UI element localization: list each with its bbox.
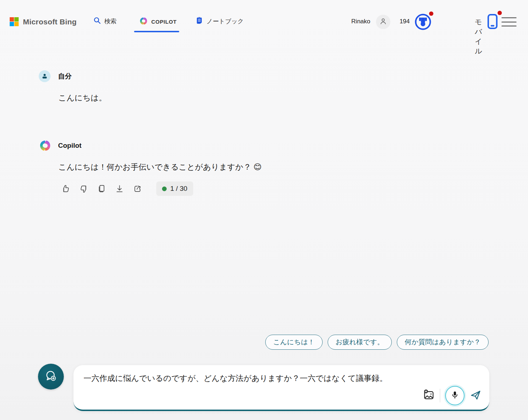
copilot-message-text: こんにちは！何かお手伝いできることがありますか？ — [58, 162, 251, 171]
rewards-points[interactable]: 194 — [400, 18, 410, 25]
export-button[interactable] — [114, 183, 125, 194]
new-chat-icon — [44, 369, 58, 384]
copilot-sender-name: Copilot — [58, 142, 81, 150]
suggestion-chip-1[interactable]: こんにちは！ — [265, 335, 323, 350]
active-tab-underline — [134, 31, 179, 32]
username[interactable]: Rinako — [351, 18, 370, 25]
phone-icon — [486, 25, 499, 31]
microsoft-logo-icon — [10, 17, 19, 26]
suggestion-chip-3[interactable]: 何か質問はありますか？ — [397, 335, 489, 350]
rewards-medal-icon — [414, 26, 432, 32]
send-icon — [470, 389, 481, 402]
thumbs-up-button[interactable] — [60, 183, 71, 194]
thumbs-down-button[interactable] — [78, 183, 89, 194]
microphone-icon — [450, 390, 460, 401]
composer-tools — [423, 386, 482, 405]
turn-counter-badge: 1 / 30 — [156, 181, 193, 196]
user-message-text: こんにちは。 — [58, 92, 107, 104]
new-topic-button[interactable] — [38, 364, 64, 390]
account-button[interactable] — [376, 15, 390, 29]
add-image-icon — [423, 389, 435, 402]
microphone-button[interactable] — [445, 386, 465, 405]
copilot-avatar-icon — [39, 139, 52, 152]
search-icon — [93, 16, 101, 26]
tab-search-label: 検索 — [104, 17, 116, 25]
tab-notebook-label: ノートブック — [206, 17, 244, 25]
tab-search[interactable]: 検索 — [93, 16, 116, 26]
user-sender-name: 自分 — [58, 72, 72, 81]
rewards-button[interactable] — [414, 13, 432, 31]
send-button[interactable] — [470, 389, 481, 402]
user-avatar — [39, 70, 51, 82]
rewards-notification-dot — [429, 11, 433, 16]
suggestion-chip-2[interactable]: お疲れ様です。 — [328, 335, 392, 350]
counter-green-dot — [162, 187, 167, 191]
hamburger-menu-icon[interactable] — [501, 17, 517, 27]
chat-input[interactable]: 一六作成に悩んでいるのですが、どんな方法がありますか？一六ではなくて議事録。 — [84, 373, 418, 384]
bing-logo[interactable]: Microsoft Bing — [10, 17, 77, 26]
share-button[interactable] — [132, 183, 143, 194]
counter-text: 1 / 30 — [170, 185, 187, 193]
tab-copilot-label: COPILOT — [151, 19, 177, 25]
mobile-label[interactable]: モバイル — [475, 17, 482, 56]
copilot-logo-icon — [139, 16, 148, 27]
person-icon — [379, 17, 387, 27]
mobile-notification-dot — [498, 11, 502, 15]
copy-button[interactable] — [96, 183, 107, 194]
message-action-row: 1 / 30 — [60, 181, 193, 196]
add-image-button[interactable] — [423, 389, 435, 402]
user-message-block: 自分 こんにちは。 — [39, 70, 107, 104]
suggestion-chips: こんにちは！ お疲れ様です。 何か質問はありますか？ — [265, 335, 489, 350]
mobile-button[interactable] — [486, 13, 499, 30]
brand-text: Microsoft Bing — [23, 18, 77, 26]
tab-notebook[interactable]: ノートブック — [195, 16, 244, 26]
tools-divider — [440, 389, 441, 402]
notebook-icon — [195, 16, 203, 26]
header: Microsoft Bing 検索 COPILOT — [0, 0, 528, 36]
smile-emoji: 😊 — [253, 162, 262, 171]
composer: 一六作成に悩んでいるのですが、どんな方法がありますか？一六ではなくて議事録。 — [73, 365, 489, 411]
tab-copilot[interactable]: COPILOT — [139, 16, 177, 27]
copilot-message-block: Copilot こんにちは！何かお手伝いできることがありますか？ 😊 — [39, 139, 262, 173]
